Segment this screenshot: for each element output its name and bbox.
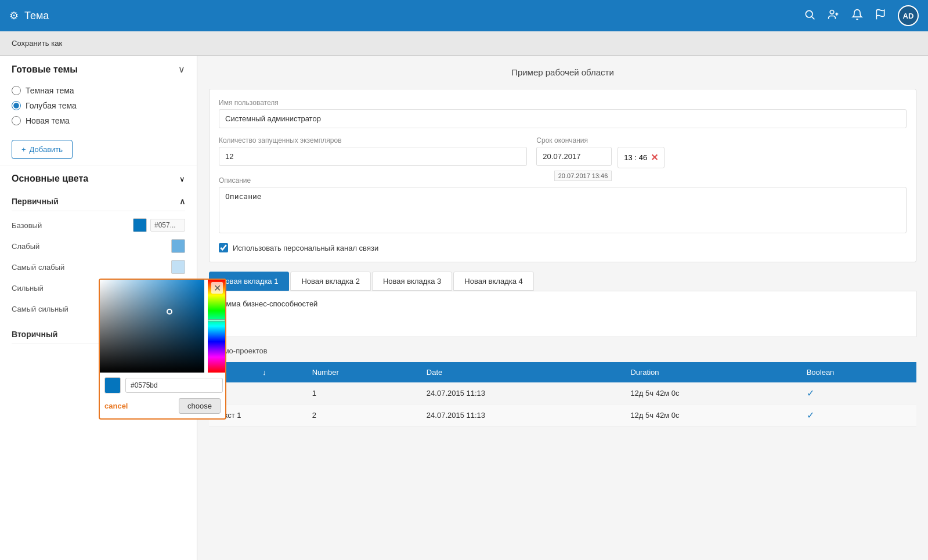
add-icon: + bbox=[21, 145, 26, 154]
primary-group-label: Первичный bbox=[12, 197, 59, 206]
primary-group-header: Первичный ∧ bbox=[12, 192, 185, 211]
picker-color-preview bbox=[104, 377, 121, 393]
col-header-sort[interactable]: ↓ bbox=[255, 362, 305, 382]
flag-icon[interactable] bbox=[875, 9, 886, 23]
table-body: 1 24.07.2015 11:13 12д 5ч 42м 0с ✓ Текст… bbox=[209, 382, 916, 427]
colors-chevron-icon: ∨ bbox=[179, 175, 185, 183]
theme-blue[interactable]: Голубая тема bbox=[12, 98, 185, 113]
svg-point-2 bbox=[830, 10, 834, 14]
picker-choose-button[interactable]: choose bbox=[179, 398, 221, 414]
content-area: Пример рабочей области Имя пользователя … bbox=[197, 56, 928, 560]
themes-section-header[interactable]: Готовые темы ∨ bbox=[0, 56, 197, 83]
main-layout: Готовые темы ∨ Темная тема Голубая тема … bbox=[0, 56, 928, 560]
picker-hex-input[interactable] bbox=[125, 378, 223, 393]
tab-content: рамма бизнес-способностей bbox=[209, 291, 916, 337]
quantity-input[interactable] bbox=[219, 147, 527, 166]
theme-new[interactable]: Новая тема bbox=[12, 113, 185, 128]
themes-section-title: Готовые темы bbox=[12, 64, 78, 75]
colors-section-title: Основные цвета bbox=[12, 174, 88, 184]
date-input[interactable] bbox=[536, 147, 612, 166]
theme-dark-label: Темная тема bbox=[26, 86, 74, 95]
table-row: Текст 1 2 24.07.2015 11:13 12д 5ч 42м 0с… bbox=[209, 404, 916, 427]
header-actions: AD bbox=[804, 5, 919, 26]
table-row: 1 24.07.2015 11:13 12д 5ч 42м 0с ✓ bbox=[209, 382, 916, 404]
theme-options: Темная тема Голубая тема Новая тема bbox=[0, 83, 197, 134]
tab-content-text: рамма бизнес-способностей bbox=[218, 299, 908, 308]
color-row-weak: Слабый bbox=[12, 236, 185, 256]
check-icon: ✓ bbox=[807, 388, 814, 398]
theme-blue-radio[interactable] bbox=[12, 101, 21, 110]
svg-point-0 bbox=[806, 10, 813, 17]
color-swatch-input-base: #057... bbox=[133, 218, 185, 232]
search-icon[interactable] bbox=[804, 9, 815, 23]
close-icon[interactable]: ✕ bbox=[211, 282, 223, 294]
users-icon[interactable] bbox=[827, 9, 840, 23]
col-header-date: Date bbox=[420, 362, 624, 382]
color-label-base: Базовый bbox=[12, 221, 42, 230]
tab-3[interactable]: Новая вкладка 3 bbox=[372, 272, 452, 291]
color-swatch-input-weakest bbox=[171, 260, 185, 274]
color-label-strong: Сильный bbox=[12, 284, 44, 292]
gear-icon: ⚙ bbox=[9, 9, 19, 22]
tab-content-label: рамма бизнес-способностей bbox=[218, 299, 317, 308]
cell-duration-0: 12д 5ч 42м 0с bbox=[623, 382, 799, 404]
description-textarea[interactable]: Описание bbox=[219, 187, 907, 233]
color-picker-gradient-area[interactable]: ✕ bbox=[100, 280, 225, 373]
cell-bool-1: ✓ bbox=[800, 404, 916, 427]
theme-dark[interactable]: Темная тема bbox=[12, 83, 185, 98]
sort-icon: ↓ bbox=[262, 368, 266, 377]
cell-col2-0 bbox=[255, 382, 305, 404]
color-swatch-input-weak bbox=[171, 239, 185, 253]
color-swatch-base[interactable] bbox=[133, 218, 147, 232]
username-input[interactable] bbox=[219, 109, 907, 128]
col-header-duration: Duration bbox=[623, 362, 799, 382]
theme-new-radio[interactable] bbox=[12, 116, 21, 125]
quantity-label: Количество запущенных экземпляров bbox=[219, 136, 527, 144]
check-icon: ✓ bbox=[807, 410, 814, 420]
gradient-main[interactable] bbox=[100, 280, 204, 373]
dropdown-row: е демо-проектов bbox=[209, 346, 916, 355]
date-input-container: 20.07.2017 13:46 bbox=[536, 147, 612, 166]
color-hex-base: #057... bbox=[150, 219, 185, 232]
secondary-group-label: Вторичный bbox=[12, 330, 57, 339]
svg-line-1 bbox=[812, 16, 815, 19]
picker-cancel-button[interactable]: cancel bbox=[104, 402, 128, 410]
tabs-row: Новая вкладка 1 Новая вкладка 2 Новая вк… bbox=[209, 272, 916, 291]
theme-dark-radio[interactable] bbox=[12, 86, 21, 95]
col-header-boolean: Boolean bbox=[800, 362, 916, 382]
data-table: ↓ Number Date Duration Boolean 1 24.07.2… bbox=[209, 362, 916, 427]
bell-icon[interactable] bbox=[851, 9, 863, 23]
cell-date-1: 24.07.2015 11:13 bbox=[420, 404, 624, 427]
avatar[interactable]: AD bbox=[898, 5, 919, 26]
tab-4[interactable]: Новая вкладка 4 bbox=[453, 272, 533, 291]
checkbox-label: Использовать персональный канал связи bbox=[233, 244, 378, 252]
theme-new-label: Новая тема bbox=[26, 116, 70, 125]
colors-section-header[interactable]: Основные цвета ∨ bbox=[0, 165, 197, 192]
color-picker-popup: ✕ cancel choose bbox=[99, 279, 226, 420]
color-label-weak: Слабый bbox=[12, 242, 39, 251]
clear-date-button[interactable]: ✕ bbox=[651, 152, 658, 163]
picker-dot bbox=[167, 309, 172, 315]
color-swatch-weakest[interactable] bbox=[171, 260, 185, 274]
checkbox-row: Использовать персональный канал связи bbox=[219, 243, 907, 252]
table-header: ↓ Number Date Duration Boolean bbox=[209, 362, 916, 382]
themes-chevron-icon: ∨ bbox=[178, 64, 185, 75]
username-group: Имя пользователя bbox=[219, 99, 907, 128]
form-section: Имя пользователя Количество запущенных э… bbox=[209, 89, 916, 262]
quantity-group: Количество запущенных экземпляров bbox=[219, 136, 527, 168]
hue-indicator bbox=[208, 319, 225, 321]
color-swatch-weak[interactable] bbox=[171, 239, 185, 253]
tab-2[interactable]: Новая вкладка 2 bbox=[290, 272, 370, 291]
save-label: Сохранить как bbox=[12, 39, 62, 48]
color-label-weakest: Самый слабый bbox=[12, 263, 64, 272]
gradient-hue[interactable] bbox=[208, 280, 225, 373]
username-label: Имя пользователя bbox=[219, 99, 907, 107]
color-row-base: Базовый #057... bbox=[12, 215, 185, 236]
header: ⚙ Тема AD bbox=[0, 0, 928, 31]
end-date-label: Срок окончания bbox=[536, 136, 907, 144]
primary-chevron-icon: ∧ bbox=[179, 197, 185, 206]
picker-bottom bbox=[100, 373, 225, 396]
cell-bool-0: ✓ bbox=[800, 382, 916, 404]
channel-checkbox[interactable] bbox=[219, 243, 228, 252]
add-button[interactable]: + Добавить bbox=[12, 140, 73, 159]
